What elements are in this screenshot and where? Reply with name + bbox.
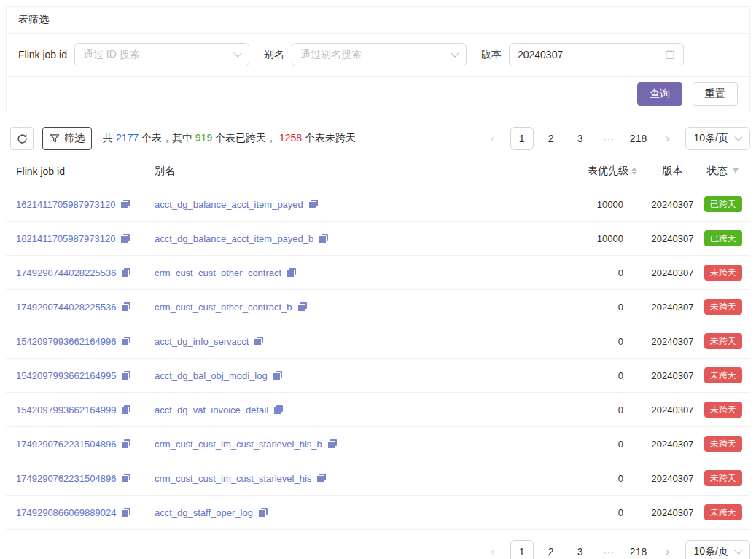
- flink-job-id-cell: 1621411705987973120: [6, 187, 149, 222]
- next-page-button[interactable]: ›: [656, 127, 679, 150]
- copy-icon[interactable]: [308, 200, 318, 209]
- page-ellipsis[interactable]: ···: [598, 127, 621, 150]
- table-row: 1542097993662164999 acct_dg_vat_invoice_…: [6, 393, 750, 427]
- chevron-down-icon: [451, 49, 459, 57]
- alias-link[interactable]: acct_dg_info_servacct: [155, 336, 249, 347]
- flink-job-id-link[interactable]: 1749290866069889024: [16, 507, 116, 518]
- flink-job-id-link[interactable]: 1749290762231504896: [16, 439, 116, 450]
- page-button-218[interactable]: 218: [627, 540, 650, 559]
- flink-job-id-placeholder: 通过 ID 搜索: [83, 48, 140, 61]
- column-header-status[interactable]: 状态: [696, 156, 750, 187]
- flink-job-id-link[interactable]: 1749290744028225536: [16, 302, 116, 313]
- copy-icon[interactable]: [273, 405, 283, 415]
- flink-job-id-link[interactable]: 1621411705987973120: [16, 199, 115, 210]
- flink-job-id-link[interactable]: 1542097993662164995: [16, 370, 116, 381]
- sort-icon: [631, 168, 637, 175]
- flink-job-id-select[interactable]: 通过 ID 搜索: [74, 43, 249, 66]
- copy-icon[interactable]: [121, 405, 130, 415]
- table-row: 1542097993662164995 acct_dg_bal_obj_modi…: [6, 359, 750, 393]
- alias-cell: acct_dg_staff_oper_log: [149, 496, 539, 530]
- copy-icon[interactable]: [121, 302, 130, 312]
- toolbar: 筛选 共 2177 个表，其中 919 个表已跨天， 1258 个表未跨天 ‹ …: [10, 127, 750, 150]
- status-badge: 已跨天: [704, 230, 742, 246]
- flink-job-id-link[interactable]: 1542097993662164996: [16, 336, 116, 347]
- copy-icon[interactable]: [258, 508, 268, 517]
- alias-link[interactable]: acct_dg_balance_acct_item_payed: [155, 199, 303, 210]
- priority-cell: 0: [539, 427, 649, 461]
- copy-icon[interactable]: [297, 302, 307, 312]
- page-size-select[interactable]: 10条/页: [685, 127, 750, 150]
- copy-icon[interactable]: [121, 371, 130, 380]
- copy-icon[interactable]: [121, 337, 130, 346]
- copy-icon[interactable]: [254, 337, 263, 346]
- alias-cell: crm_cust_cust_other_contract_b: [149, 290, 539, 324]
- copy-icon[interactable]: [273, 371, 282, 380]
- page-button-2[interactable]: 2: [539, 127, 563, 150]
- filter-button-label: 筛选: [64, 132, 85, 145]
- alias-link[interactable]: acct_dg_vat_invoice_detail: [155, 404, 268, 415]
- page-button-3[interactable]: 3: [569, 540, 592, 559]
- status-badge: 未跨天: [704, 333, 742, 349]
- column-header-version: 版本: [649, 156, 696, 187]
- alias-select[interactable]: 通过别名搜索: [292, 43, 467, 66]
- filter-toggle-button[interactable]: 筛选: [42, 127, 92, 150]
- flink-job-id-link[interactable]: 1542097993662164999: [16, 404, 116, 415]
- page-button-1[interactable]: 1: [510, 127, 534, 150]
- copy-icon[interactable]: [120, 234, 130, 243]
- page-size-select[interactable]: 10条/页: [685, 540, 750, 559]
- query-button[interactable]: 查询: [637, 82, 682, 106]
- flink-job-id-cell: 1542097993662164996: [6, 324, 149, 359]
- status-badge: 未跨天: [704, 504, 742, 520]
- page-button-3[interactable]: 3: [569, 127, 592, 150]
- prev-page-button[interactable]: ‹: [481, 540, 504, 559]
- alias-link[interactable]: crm_cust_cust_im_cust_starlevel_his_b: [155, 439, 322, 450]
- reset-button[interactable]: 重置: [693, 82, 738, 106]
- alias-link[interactable]: acct_dg_staff_oper_log: [155, 507, 253, 518]
- copy-icon[interactable]: [316, 474, 326, 483]
- status-filter-icon[interactable]: [731, 167, 740, 176]
- copy-icon[interactable]: [287, 268, 296, 278]
- column-header-flink-job-id: Flink job id: [6, 156, 149, 187]
- alias-label: 别名: [264, 48, 284, 61]
- copy-icon[interactable]: [121, 474, 130, 483]
- copy-icon[interactable]: [121, 268, 130, 278]
- column-header-priority[interactable]: 表优先级: [539, 156, 649, 187]
- prev-page-button[interactable]: ‹: [481, 127, 504, 150]
- alias-field: 别名 通过别名搜索: [264, 43, 467, 66]
- status-cell: 未跨天: [696, 256, 750, 290]
- copy-icon[interactable]: [319, 234, 328, 243]
- page-button-1[interactable]: 1: [510, 540, 534, 559]
- summary-text: 个表，其中: [139, 132, 195, 144]
- page-button-2[interactable]: 2: [539, 540, 563, 559]
- alias-link[interactable]: crm_cust_cust_im_cust_starlevel_his: [155, 473, 311, 484]
- copy-icon[interactable]: [327, 439, 337, 449]
- copy-icon[interactable]: [120, 200, 130, 209]
- flink-job-id-link[interactable]: 1749290762231504896: [16, 473, 116, 484]
- status-header-label: 状态: [707, 165, 728, 178]
- status-badge: 未跨天: [704, 265, 742, 281]
- table-row: 1621411705987973120 acct_dg_balance_acct…: [6, 222, 750, 256]
- version-field: 版本 20240307: [481, 43, 684, 66]
- alias-link[interactable]: acct_dg_bal_obj_modi_log: [155, 370, 268, 381]
- page-ellipsis[interactable]: ···: [598, 540, 621, 559]
- version-cell: 20240307: [649, 496, 696, 530]
- alias-link[interactable]: crm_cust_cust_other_contract: [155, 267, 281, 278]
- chevron-down-icon: [734, 133, 742, 141]
- refresh-button[interactable]: [10, 127, 34, 150]
- page-button-218[interactable]: 218: [627, 127, 650, 150]
- top-pagination: ‹ 1 2 3 ··· 218 › 10条/页: [481, 127, 750, 150]
- copy-icon[interactable]: [121, 508, 130, 517]
- alias-placeholder: 通过别名搜索: [300, 48, 362, 61]
- flink-job-id-link[interactable]: 1749290744028225536: [16, 267, 116, 278]
- status-cell: 未跨天: [696, 496, 750, 530]
- bottom-pagination-bar: ‹ 1 2 3 ··· 218 › 10条/页: [6, 540, 750, 559]
- next-page-button[interactable]: ›: [656, 540, 679, 559]
- alias-link[interactable]: crm_cust_cust_other_contract_b: [155, 302, 292, 313]
- copy-icon[interactable]: [121, 439, 130, 449]
- priority-cell: 0: [539, 393, 649, 427]
- flink-job-id-link[interactable]: 1621411705987973120: [16, 233, 115, 244]
- data-table: Flink job id 别名 表优先级 版本 状态 1621411705987: [6, 156, 750, 530]
- alias-link[interactable]: acct_dg_balance_acct_item_payed_b: [155, 233, 313, 244]
- version-date-input[interactable]: 20240307: [509, 43, 684, 66]
- priority-cell: 0: [539, 496, 649, 530]
